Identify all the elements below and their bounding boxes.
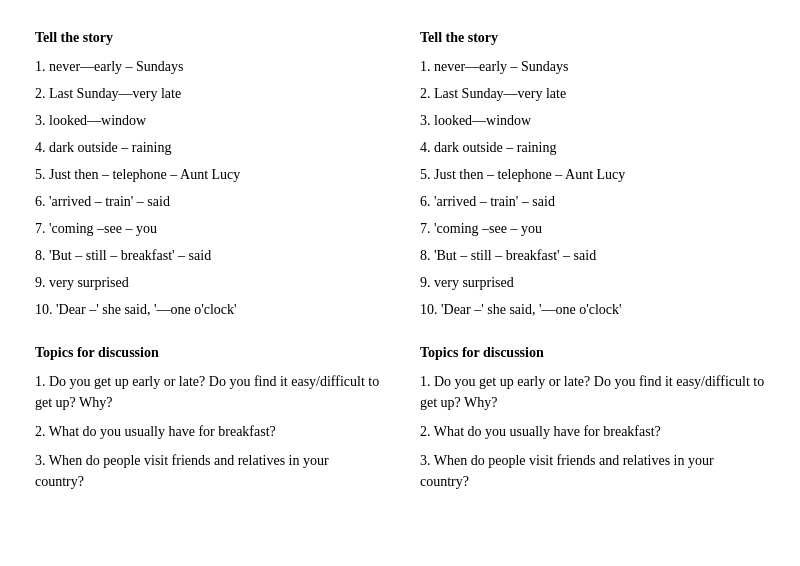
list-item: 4. dark outside – raining [420,137,765,158]
list-item: 10. 'Dear –' she said, '—one o'clock' [420,299,765,320]
list-item: 3. looked—window [35,110,380,131]
list-item: 3. When do people visit friends and rela… [420,450,765,492]
list-item: 9. very surprised [35,272,380,293]
list-item: 6. 'arrived – train' – said [420,191,765,212]
left-story-list: 1. never—early – Sundays 2. Last Sunday—… [35,56,380,320]
list-item: 10. 'Dear –' she said, '—one o'clock' [35,299,380,320]
list-item: 3. When do people visit friends and rela… [35,450,380,492]
list-item: 2. What do you usually have for breakfas… [420,421,765,442]
right-topics-section: Topics for discussion 1. Do you get up e… [420,345,765,492]
list-item: 3. looked—window [420,110,765,131]
list-item: 4. dark outside – raining [35,137,380,158]
main-layout: Tell the story 1. never—early – Sundays … [30,30,770,500]
list-item: 9. very surprised [420,272,765,293]
list-item: 1. Do you get up early or late? Do you f… [35,371,380,413]
right-story-list: 1. never—early – Sundays 2. Last Sunday—… [420,56,765,320]
right-topics-list: 1. Do you get up early or late? Do you f… [420,371,765,492]
left-topics-title: Topics for discussion [35,345,380,361]
left-tell-story-title: Tell the story [35,30,380,46]
right-topics-title: Topics for discussion [420,345,765,361]
list-item: 6. 'arrived – train' – said [35,191,380,212]
list-item: 2. Last Sunday—very late [420,83,765,104]
list-item: 2. What do you usually have for breakfas… [35,421,380,442]
list-item: 7. 'coming –see – you [35,218,380,239]
list-item: 7. 'coming –see – you [420,218,765,239]
right-column: Tell the story 1. never—early – Sundays … [400,30,770,500]
list-item: 8. 'But – still – breakfast' – said [420,245,765,266]
list-item: 1. never—early – Sundays [420,56,765,77]
list-item: 8. 'But – still – breakfast' – said [35,245,380,266]
right-tell-story-title: Tell the story [420,30,765,46]
left-column: Tell the story 1. never—early – Sundays … [30,30,400,500]
list-item: 1. Do you get up early or late? Do you f… [420,371,765,413]
list-item: 5. Just then – telephone – Aunt Lucy [420,164,765,185]
left-topics-list: 1. Do you get up early or late? Do you f… [35,371,380,492]
list-item: 2. Last Sunday—very late [35,83,380,104]
list-item: 5. Just then – telephone – Aunt Lucy [35,164,380,185]
list-item: 1. never—early – Sundays [35,56,380,77]
left-topics-section: Topics for discussion 1. Do you get up e… [35,345,380,492]
